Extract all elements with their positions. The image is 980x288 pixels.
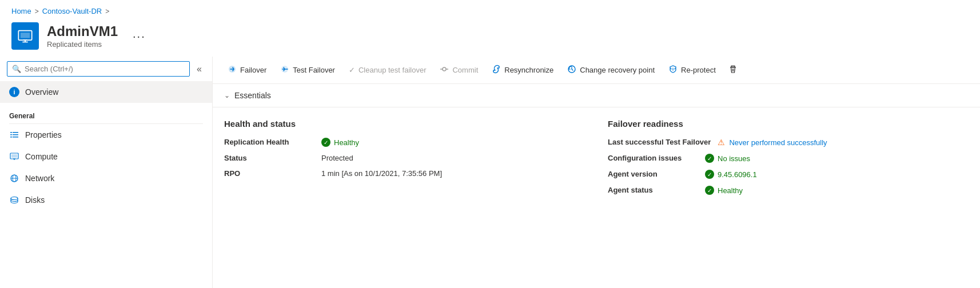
breadcrumb-vault[interactable]: Contoso-Vault-DR — [42, 7, 102, 15]
network-icon — [9, 173, 19, 183]
svg-point-18 — [11, 197, 18, 200]
search-container: 🔍 « — [0, 57, 212, 81]
breadcrumb-sep1: > — [35, 7, 39, 15]
last-test-failover-label: Last successful Test Failover — [608, 138, 711, 146]
recovery-label: Change recovery point — [580, 66, 655, 74]
health-status-title: Health and status — [224, 119, 585, 129]
sidebar-item-overview[interactable]: i Overview — [0, 81, 212, 103]
breadcrumb-sep2: > — [105, 7, 109, 15]
agent-status-row: Agent status ✓ Healthy — [608, 186, 969, 195]
commit-button[interactable]: Commit — [434, 61, 484, 79]
replication-health-value: ✓ Healthy — [321, 138, 359, 147]
collapse-button[interactable]: « — [193, 62, 205, 77]
more-options-button[interactable]: ··· — [128, 27, 150, 45]
config-issues-value: ✓ No issues — [705, 154, 750, 163]
resync-label: Resynchronize — [504, 66, 553, 74]
test-failover-link[interactable]: Never performed successfully — [729, 138, 827, 147]
network-label: Network — [25, 174, 54, 183]
agent-version-label: Agent version — [608, 170, 699, 178]
sidebar-item-properties[interactable]: Properties — [0, 124, 212, 146]
page-title: AdminVM1 — [47, 23, 118, 40]
svg-rect-12 — [11, 154, 17, 158]
agent-status-check-icon: ✓ — [705, 186, 714, 195]
disks-label: Disks — [25, 195, 45, 205]
replication-health-label: Replication Health — [224, 138, 316, 146]
essentials-toggle[interactable]: ⌄ Essentials — [213, 84, 980, 107]
chevron-icon: ⌄ — [224, 91, 230, 99]
failover-button[interactable]: Failover — [222, 61, 272, 79]
config-text: No issues — [718, 154, 750, 163]
config-check-icon: ✓ — [705, 154, 714, 163]
compute-icon — [9, 151, 19, 162]
agent-version-text: 9.45.6096.1 — [718, 170, 757, 179]
breadcrumb-home[interactable]: Home — [11, 7, 31, 15]
last-test-failover-row: Last successful Test Failover ⚠ Never pe… — [608, 138, 969, 147]
main-layout: 🔍 « i Overview General — [0, 57, 980, 288]
commit-label: Commit — [452, 66, 478, 74]
svg-rect-25 — [731, 66, 735, 67]
overview-label: Overview — [25, 87, 58, 97]
agent-status-value: ✓ Healthy — [705, 186, 743, 195]
properties-label: Properties — [25, 130, 62, 139]
failover-icon — [228, 65, 237, 75]
vm-icon — [11, 22, 39, 50]
resync-button[interactable]: Resynchronize — [486, 61, 559, 79]
sidebar-item-compute[interactable]: Compute — [0, 146, 212, 167]
cleanup-icon: ✓ — [349, 66, 355, 74]
warn-icon: ⚠ — [716, 138, 726, 147]
reprotect-label: Re-protect — [681, 66, 716, 74]
overview-icon: i — [9, 87, 19, 97]
essentials-content: Health and status Replication Health ✓ H… — [213, 107, 980, 288]
content-area: Failover Test Failover ✓ Cleanup tes — [213, 57, 980, 288]
page-subtitle: Replicated items — [47, 40, 118, 49]
svg-rect-1 — [21, 33, 30, 38]
replication-health-row: Replication Health ✓ Healthy — [224, 138, 585, 147]
reprotect-icon — [668, 65, 678, 75]
title-group: AdminVM1 Replicated items — [47, 23, 118, 49]
test-failover-icon — [280, 65, 289, 75]
svg-rect-6 — [10, 134, 12, 135]
svg-rect-10 — [13, 137, 18, 138]
config-issues-row: Configuration issues ✓ No issues — [608, 154, 969, 163]
failover-label: Failover — [240, 66, 266, 74]
status-value: Protected — [321, 154, 353, 162]
toolbar: Failover Test Failover ✓ Cleanup tes — [213, 57, 980, 84]
commit-icon — [440, 65, 449, 75]
page-header: AdminVM1 Replicated items ··· — [0, 18, 980, 57]
rpo-row: RPO 1 min [As on 10/1/2021, 7:35:56 PM] — [224, 169, 585, 178]
sidebar-item-network[interactable]: Network — [0, 167, 212, 189]
test-failover-button[interactable]: Test Failover — [274, 61, 341, 79]
svg-rect-5 — [10, 132, 12, 133]
svg-point-21 — [443, 67, 446, 71]
search-box[interactable]: 🔍 — [7, 61, 190, 77]
cleanup-button[interactable]: ✓ Cleanup test failover — [343, 62, 432, 78]
vm-svg — [17, 28, 33, 44]
rpo-label: RPO — [224, 169, 316, 178]
health-text: Healthy — [334, 138, 359, 147]
last-test-failover-value: ⚠ Never performed successfully — [716, 138, 827, 147]
agent-version-value: ✓ 9.45.6096.1 — [705, 170, 757, 179]
reprotect-button[interactable]: Re-protect — [663, 61, 722, 79]
general-section-label: General — [0, 103, 212, 123]
change-recovery-button[interactable]: Change recovery point — [561, 61, 660, 79]
delete-button[interactable] — [724, 61, 742, 79]
disks-icon — [9, 195, 19, 205]
breadcrumb: Home > Contoso-Vault-DR > — [0, 0, 980, 18]
test-failover-label: Test Failover — [293, 66, 335, 74]
search-icon: 🔍 — [12, 65, 21, 73]
svg-rect-8 — [13, 132, 18, 133]
status-label: Status — [224, 154, 316, 162]
essentials-label: Essentials — [234, 91, 271, 100]
sidebar-item-disks[interactable]: Disks — [0, 189, 212, 211]
compute-label: Compute — [25, 152, 58, 161]
rpo-value: 1 min [As on 10/1/2021, 7:35:56 PM] — [321, 169, 442, 178]
cleanup-label: Cleanup test failover — [358, 66, 427, 74]
properties-icon — [9, 130, 19, 140]
recovery-icon — [567, 65, 576, 75]
svg-rect-7 — [10, 137, 12, 138]
failover-readiness-title: Failover readiness — [608, 119, 969, 129]
delete-icon — [728, 65, 738, 75]
svg-rect-26 — [730, 67, 736, 68]
search-input[interactable] — [25, 65, 185, 73]
agent-status-label: Agent status — [608, 186, 699, 194]
